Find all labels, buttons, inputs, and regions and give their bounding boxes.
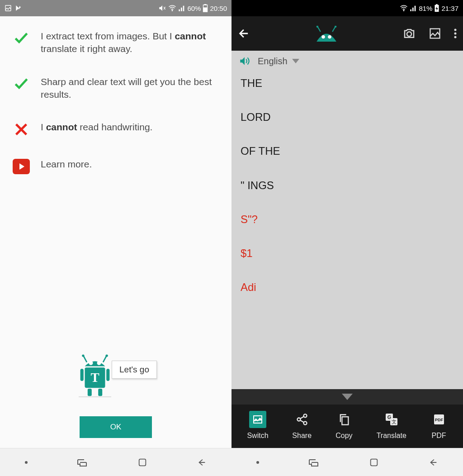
copy-label: Copy: [335, 432, 352, 440]
feature-text: Sharp and clear text will get you the be…: [41, 76, 219, 101]
language-label: English: [258, 56, 288, 67]
chevron-down-icon: [342, 394, 353, 400]
pdf-label: PDF: [432, 432, 446, 440]
svg-point-28: [407, 32, 411, 36]
robot-mascot-icon: T: [75, 354, 115, 399]
battery-pct: 81%: [419, 5, 432, 12]
wifi-icon: [400, 4, 408, 12]
feature-text: Learn more.: [41, 158, 92, 171]
copy-icon: [338, 413, 350, 426]
svg-rect-18: [139, 459, 146, 466]
feature-row[interactable]: Learn more.: [13, 158, 219, 175]
signal-icon: [178, 5, 185, 12]
svg-point-10: [97, 361, 101, 365]
translate-button[interactable]: G文 Translate: [377, 411, 406, 440]
copy-button[interactable]: Copy: [335, 411, 353, 440]
svg-rect-14: [106, 369, 109, 381]
battery-charging-icon: [434, 4, 439, 12]
share-button[interactable]: Share: [292, 411, 312, 440]
youtube-icon: [13, 159, 30, 174]
svg-rect-44: [370, 459, 377, 466]
gallery-button[interactable]: [429, 27, 441, 40]
pdf-button[interactable]: PDF PDF: [430, 411, 448, 440]
svg-point-26: [321, 35, 326, 39]
system-nav-bar: [0, 448, 232, 476]
wifi-icon: [168, 4, 176, 12]
svg-line-7: [103, 356, 106, 362]
share-icon: [296, 413, 308, 426]
cross-icon: [14, 122, 29, 137]
feature-text: I extract text from images. But I cannot…: [41, 30, 219, 56]
feature-row: Sharp and clear text will get you the be…: [13, 76, 219, 101]
svg-point-30: [454, 29, 457, 31]
back-button[interactable]: [197, 457, 207, 467]
mute-icon: [158, 4, 166, 12]
image-icon: [252, 414, 263, 425]
svg-text:T: T: [90, 370, 99, 385]
recent-apps-button[interactable]: [308, 458, 319, 467]
feature-row: I cannot read handwriting.: [13, 121, 219, 138]
signal-icon: [410, 5, 417, 12]
svg-point-32: [454, 36, 457, 38]
text-line: Adi: [241, 280, 454, 294]
status-bar: 81% 21:37: [232, 0, 463, 16]
svg-rect-37: [342, 417, 348, 425]
translate-label: Translate: [377, 432, 406, 440]
robot-logo-icon: [311, 26, 342, 42]
dropdown-icon: [292, 59, 299, 63]
image-icon: [5, 5, 12, 12]
clock: 20:50: [210, 5, 227, 12]
ok-button[interactable]: OK: [80, 416, 152, 438]
app-bar: [232, 16, 463, 51]
svg-point-34: [303, 414, 307, 417]
status-bar: 60% 20:50: [0, 0, 232, 16]
text-line: LORD: [241, 110, 454, 124]
clock: 21:37: [441, 5, 458, 12]
translate-icon: G文: [385, 413, 398, 426]
svg-point-35: [297, 418, 300, 421]
svg-text:文: 文: [391, 419, 396, 424]
check-icon: [13, 76, 30, 93]
text-line: THE: [241, 76, 454, 90]
language-bar: English: [232, 51, 463, 71]
svg-point-9: [89, 361, 93, 365]
share-label: Share: [292, 432, 312, 440]
svg-line-5: [84, 356, 87, 362]
svg-line-24: [332, 27, 335, 32]
svg-point-6: [82, 354, 84, 357]
svg-rect-13: [80, 369, 84, 381]
switch-label: Switch: [247, 432, 268, 440]
battery-pct: 60%: [187, 5, 201, 12]
play-marker-icon: [14, 5, 22, 12]
battery-icon: [203, 4, 208, 12]
back-button[interactable]: [428, 457, 438, 467]
lets-go-button[interactable]: Let's go: [112, 361, 157, 379]
language-selector[interactable]: English: [258, 56, 299, 67]
check-icon: [13, 30, 30, 47]
recent-apps-button[interactable]: [77, 458, 88, 467]
nav-indicator-icon: [256, 461, 259, 464]
svg-point-36: [303, 422, 307, 425]
svg-rect-4: [204, 8, 207, 11]
home-button[interactable]: [369, 457, 379, 467]
menu-button[interactable]: [454, 28, 457, 39]
switch-button[interactable]: Switch: [247, 411, 268, 440]
svg-point-8: [105, 354, 108, 357]
back-arrow-button[interactable]: [238, 27, 250, 40]
svg-line-22: [318, 27, 321, 32]
svg-point-31: [454, 33, 457, 35]
feature-text: I cannot read handwriting.: [41, 121, 152, 133]
text-line: OF THE: [241, 144, 454, 158]
svg-rect-21: [436, 4, 438, 5]
camera-button[interactable]: [402, 27, 416, 40]
svg-rect-16: [98, 389, 102, 396]
svg-text:PDF: PDF: [435, 418, 444, 422]
collapse-handle[interactable]: [232, 389, 463, 405]
text-line: S"?: [241, 212, 454, 226]
svg-rect-3: [205, 4, 207, 5]
home-button[interactable]: [137, 457, 147, 467]
speaker-button[interactable]: [239, 55, 250, 67]
svg-point-1: [172, 10, 173, 11]
svg-point-19: [404, 10, 405, 11]
extracted-text-area[interactable]: THELORDOF THE" INGSS"?$1Adi: [232, 71, 463, 389]
